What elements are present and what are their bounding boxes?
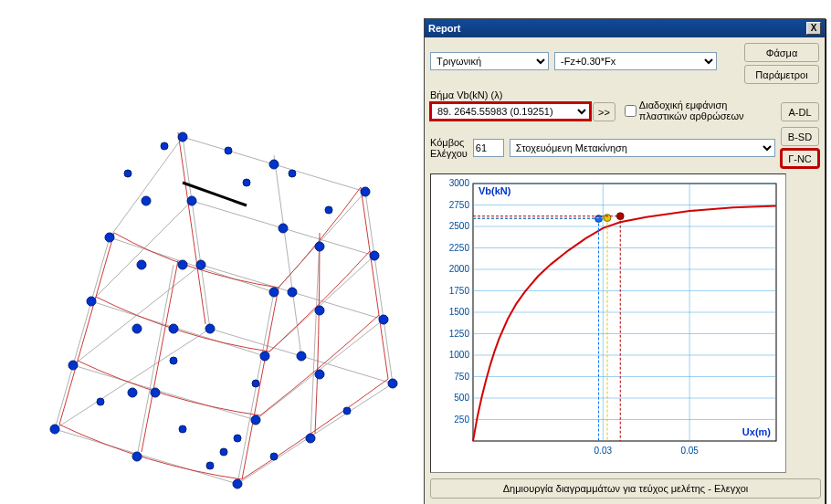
svg-text:Ux(m): Ux(m) [742, 426, 772, 437]
svg-text:500: 500 [454, 393, 469, 403]
close-button[interactable]: X [806, 22, 821, 35]
target-disp-select[interactable]: Στοχευόμενη Μετακίνηση [510, 139, 775, 157]
svg-point-36 [379, 315, 388, 324]
svg-point-58 [289, 170, 296, 177]
svg-point-67 [170, 357, 177, 364]
svg-point-29 [297, 352, 306, 361]
combo-select[interactable]: -Fz+0.30*Fx [554, 52, 717, 70]
svg-point-56 [161, 142, 168, 150]
svg-line-15 [110, 137, 183, 237]
svg-point-52 [361, 187, 370, 196]
svg-point-30 [205, 324, 215, 333]
svg-point-32 [68, 361, 78, 370]
svg-point-57 [225, 147, 232, 154]
svg-line-17 [237, 292, 274, 484]
svg-point-47 [137, 260, 146, 269]
pushover-chart: 2505007501000125015001750200022502500275… [430, 173, 786, 473]
svg-point-65 [343, 407, 351, 415]
svg-point-37 [288, 288, 297, 297]
titlebar[interactable]: Report X [425, 19, 825, 37]
svg-point-25 [132, 452, 142, 461]
hinge-label-2: πλαστικών αρθρώσεων [639, 110, 744, 121]
svg-point-110 [616, 213, 624, 220]
svg-point-63 [179, 425, 186, 433]
svg-point-24 [50, 425, 59, 434]
svg-point-34 [251, 415, 260, 425]
svg-text:1250: 1250 [449, 329, 470, 339]
svg-text:2250: 2250 [449, 243, 470, 253]
svg-point-38 [196, 260, 205, 269]
node-label-1: Κόμβος [430, 137, 468, 148]
svg-text:1500: 1500 [449, 307, 470, 317]
svg-point-55 [142, 196, 151, 205]
b-sd-button[interactable]: B-SD [781, 127, 819, 146]
svg-point-46 [187, 196, 196, 205]
hinge-label-1: Διαδοχική εμφάνιση [639, 100, 744, 110]
svg-point-41 [169, 324, 178, 333]
generate-report-button[interactable]: Δημιουργία διαγραμμάτων για τεύχος μελέτ… [430, 478, 821, 499]
node-input[interactable] [473, 139, 504, 157]
svg-point-68 [206, 462, 214, 469]
chart-svg: 2505007501000125015001750200022502500275… [431, 174, 787, 474]
svg-text:1750: 1750 [449, 286, 470, 296]
svg-point-53 [269, 160, 279, 169]
model-viewport[interactable] [0, 0, 420, 504]
svg-point-69 [220, 448, 227, 456]
svg-point-39 [132, 324, 142, 333]
a-dl-button[interactable]: A-DL [781, 102, 819, 121]
loadcase-select[interactable]: Τριγωνική [430, 52, 549, 70]
svg-text:250: 250 [454, 415, 469, 425]
svg-point-43 [315, 306, 324, 315]
svg-point-28 [388, 379, 397, 388]
svg-point-61 [325, 206, 332, 214]
svg-line-19 [183, 137, 210, 329]
svg-point-70 [234, 435, 241, 442]
model-svg [0, 0, 420, 504]
svg-text:0.03: 0.03 [594, 446, 613, 456]
svg-point-51 [315, 242, 324, 251]
svg-point-27 [306, 434, 315, 443]
svg-point-64 [270, 453, 278, 460]
g-nc-button[interactable]: Γ-NC [781, 149, 819, 168]
svg-line-12 [110, 237, 274, 292]
svg-point-40 [87, 297, 96, 306]
svg-point-26 [233, 479, 242, 488]
svg-text:Vb(kN): Vb(kN) [479, 185, 511, 196]
svg-line-4 [73, 365, 256, 420]
svg-point-66 [252, 380, 259, 387]
svg-text:2000: 2000 [449, 264, 470, 274]
svg-text:2500: 2500 [449, 221, 470, 231]
svg-point-42 [260, 352, 269, 361]
svg-point-45 [279, 224, 288, 233]
params-button[interactable]: Παράμετροι [744, 65, 819, 84]
svg-point-48 [105, 233, 114, 242]
svg-line-20 [137, 265, 174, 457]
svg-text:3000: 3000 [449, 178, 470, 188]
step-next-button[interactable]: >> [593, 102, 615, 121]
svg-point-59 [124, 170, 131, 177]
step-select[interactable]: 89. 2645.55983 (0.19251) [430, 102, 591, 121]
svg-line-0 [55, 429, 237, 484]
spectrum-button[interactable]: Φάσμα [744, 43, 819, 62]
window-title: Report [428, 23, 806, 34]
svg-line-18 [365, 192, 393, 383]
svg-text:0.05: 0.05 [680, 446, 699, 456]
step-label: Βήμα Vb(kN) (λ) [430, 89, 615, 100]
svg-text:1000: 1000 [449, 350, 470, 360]
svg-point-62 [97, 398, 104, 405]
hinge-checkbox[interactable] [625, 105, 636, 117]
svg-line-3 [55, 329, 210, 429]
svg-point-31 [128, 388, 137, 397]
svg-point-107 [604, 215, 611, 222]
svg-text:750: 750 [454, 372, 469, 382]
svg-point-35 [315, 370, 324, 379]
svg-point-54 [178, 132, 187, 142]
svg-point-44 [370, 251, 379, 260]
svg-point-33 [151, 388, 160, 397]
svg-text:2750: 2750 [449, 200, 470, 210]
svg-point-50 [269, 288, 279, 297]
svg-point-49 [178, 260, 187, 269]
svg-line-11 [91, 201, 192, 301]
node-label-2: Ελέγχου [430, 148, 468, 159]
svg-point-60 [243, 179, 250, 186]
